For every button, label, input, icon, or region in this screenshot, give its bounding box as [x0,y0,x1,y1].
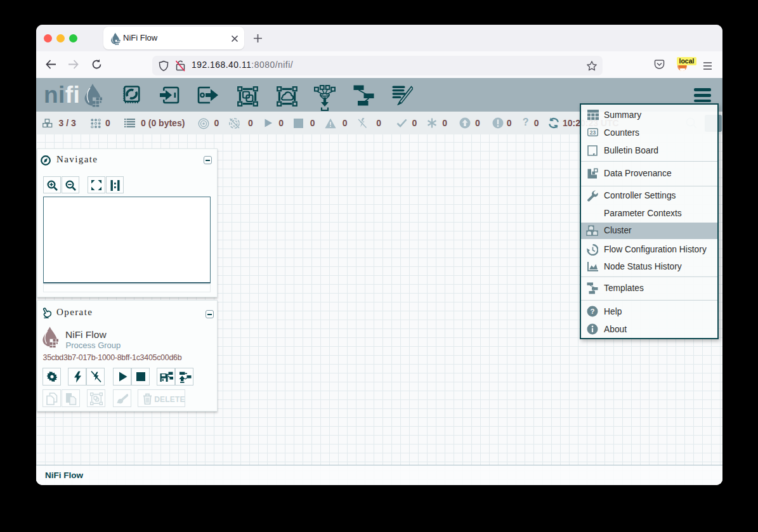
svg-text:?: ? [590,308,594,315]
svg-text:23: 23 [590,129,596,136]
